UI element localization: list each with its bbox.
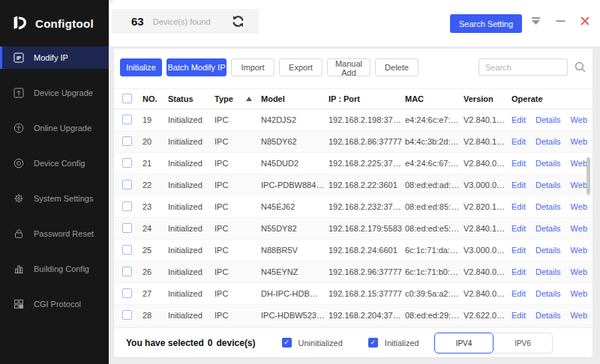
sidebar-item-building-config[interactable]: Building Config xyxy=(0,258,109,280)
details-link[interactable]: Details xyxy=(536,289,561,298)
edit-link[interactable]: Edit xyxy=(512,202,526,211)
cell-ip-port: 192.168.2.232:37777 xyxy=(328,202,405,211)
header-type[interactable]: Type xyxy=(214,94,261,103)
import-button[interactable]: Import xyxy=(231,58,274,76)
cell-ip-port: 192.168.2.86:37777 xyxy=(328,137,405,146)
details-link[interactable]: Details xyxy=(536,181,561,189)
search-input[interactable] xyxy=(478,58,568,76)
minimize-icon[interactable] xyxy=(556,16,566,25)
edit-link[interactable]: Edit xyxy=(512,159,526,168)
web-link[interactable]: Web xyxy=(571,267,587,276)
details-link[interactable]: Details xyxy=(536,159,561,168)
header-ip-port[interactable]: IP : Port xyxy=(328,94,405,103)
select-all-checkbox[interactable] xyxy=(122,94,132,103)
edit-link[interactable]: Edit xyxy=(512,289,526,298)
edit-link[interactable]: Edit xyxy=(512,267,526,276)
web-link[interactable]: Web xyxy=(571,311,587,320)
sidebar-item-label: Building Config xyxy=(34,264,89,273)
sidebar-item-label: System Settings xyxy=(34,194,93,203)
header-version[interactable]: Version xyxy=(464,94,512,103)
batch-modify-ip-button[interactable]: Batch Modify IP xyxy=(166,58,226,76)
cell-operate: Edit Details Web xyxy=(512,202,590,211)
web-link[interactable]: Web xyxy=(571,159,587,168)
manual-add-button[interactable]: Manual Add xyxy=(327,58,370,76)
row-checkbox[interactable] xyxy=(122,223,132,233)
details-link[interactable]: Details xyxy=(536,202,561,211)
edit-link[interactable]: Edit xyxy=(512,246,526,255)
close-icon[interactable] xyxy=(580,16,590,25)
details-link[interactable]: Details xyxy=(536,267,561,276)
ipv6-button[interactable]: IPV6 xyxy=(494,333,553,354)
search-setting-button[interactable]: Search Setting xyxy=(450,14,522,33)
cell-status: Initialized xyxy=(168,115,214,124)
window-titlebar: 63 Device(s) found Search Setting xyxy=(109,0,600,46)
collapse-icon[interactable] xyxy=(531,17,541,25)
edit-link[interactable]: Edit xyxy=(512,137,526,146)
cell-operate: Edit Details Web xyxy=(512,267,590,276)
details-link[interactable]: Details xyxy=(536,137,561,146)
uninitialized-checkbox[interactable]: ✓ xyxy=(282,338,292,348)
export-button[interactable]: Export xyxy=(279,58,322,76)
edit-link[interactable]: Edit xyxy=(512,115,526,124)
row-checkbox[interactable] xyxy=(122,245,132,255)
selected-summary: You have selected0device(s) xyxy=(126,338,256,348)
details-link[interactable]: Details xyxy=(536,311,561,320)
row-checkbox[interactable] xyxy=(122,158,132,168)
web-link[interactable]: Web xyxy=(571,202,587,211)
ipv4-button[interactable]: IPV4 xyxy=(434,333,494,354)
web-link[interactable]: Web xyxy=(571,289,587,298)
header-no[interactable]: NO. xyxy=(142,94,168,103)
modify-ip-icon: IP xyxy=(14,52,24,63)
panel-footer: You have selected0device(s) ✓ Uninitiali… xyxy=(114,327,592,357)
sidebar-item-online-upgrade[interactable]: Online Upgrade xyxy=(0,117,109,139)
web-link[interactable]: Web xyxy=(571,115,587,124)
row-checkbox[interactable] xyxy=(122,201,132,211)
cell-no: 28 xyxy=(142,311,168,320)
cell-operate: Edit Details Web xyxy=(512,115,590,124)
cell-no: 19 xyxy=(142,115,168,124)
scrollbar-thumb[interactable] xyxy=(586,157,590,195)
sort-asc-icon[interactable] xyxy=(246,97,252,101)
web-link[interactable]: Web xyxy=(571,246,587,255)
details-link[interactable]: Details xyxy=(536,224,561,233)
row-checkbox[interactable] xyxy=(122,115,132,124)
table-header: NO. Status Type Model IP : Port MAC Vers… xyxy=(114,88,592,109)
sidebar-item-cgi-protocol[interactable]: CGI Protocol xyxy=(0,293,109,315)
header-model[interactable]: Model xyxy=(261,94,328,103)
sidebar-item-system-settings[interactable]: System Settings xyxy=(0,187,109,210)
cell-version: V3.000.0000... xyxy=(464,246,512,255)
web-link[interactable]: Web xyxy=(571,181,587,189)
sidebar-item-label: Device Config xyxy=(34,159,85,168)
web-link[interactable]: Web xyxy=(571,224,587,233)
sidebar-item-device-config[interactable]: Device Config xyxy=(0,152,109,175)
row-checkbox[interactable] xyxy=(122,267,132,276)
header-status[interactable]: Status xyxy=(168,94,214,103)
cell-mac: e4:24:6c:e7:bb:a1 xyxy=(405,115,464,124)
row-checkbox[interactable] xyxy=(122,136,132,146)
row-checkbox[interactable] xyxy=(122,310,132,320)
initialize-button[interactable]: Initialize xyxy=(120,58,162,76)
search-icon[interactable] xyxy=(574,61,586,73)
details-link[interactable]: Details xyxy=(536,115,561,124)
refresh-icon[interactable] xyxy=(231,14,245,28)
web-link[interactable]: Web xyxy=(571,137,587,146)
edit-link[interactable]: Edit xyxy=(512,311,526,320)
table-row: 23 Initialized IPC N45EJ62 192.168.2.232… xyxy=(114,196,592,218)
app-logo: Configtool xyxy=(0,0,109,46)
header-mac[interactable]: MAC xyxy=(405,94,464,103)
delete-button[interactable]: Delete xyxy=(375,58,418,76)
row-checkbox[interactable] xyxy=(122,180,132,189)
cell-no: 25 xyxy=(142,246,168,255)
edit-link[interactable]: Edit xyxy=(512,181,526,189)
sidebar-item-device-upgrade[interactable]: Device Upgrade xyxy=(0,82,109,104)
details-link[interactable]: Details xyxy=(536,246,561,255)
cell-status: Initialized xyxy=(168,267,214,276)
sidebar-item-modify-ip[interactable]: IP Modify IP xyxy=(0,46,109,69)
sidebar-item-label: Online Upgrade xyxy=(34,124,92,133)
edit-link[interactable]: Edit xyxy=(512,224,526,233)
initialized-checkbox[interactable]: ✓ xyxy=(368,338,378,348)
row-checkbox[interactable] xyxy=(122,288,132,298)
table-row: 26 Initialized IPC N45EYNZ 192.168.2.96:… xyxy=(114,261,592,283)
sidebar-item-password-reset[interactable]: Password Reset xyxy=(0,222,109,245)
device-list-panel: InitializeBatch Modify IPImportExportMan… xyxy=(114,49,592,357)
